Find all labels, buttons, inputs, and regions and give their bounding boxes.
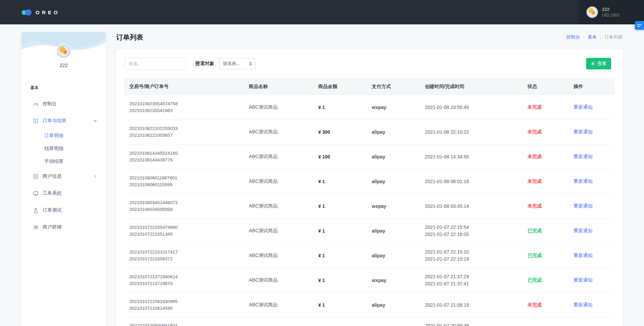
select-value: 请选择...	[223, 61, 240, 67]
order-numbers: 202101082355457475820210108235541863	[124, 101, 244, 114]
status-cell: 已完成	[522, 277, 568, 283]
action-cell: 重新通知	[568, 302, 615, 308]
order-times: 2021-01-08 22:10:22	[420, 129, 522, 136]
user-name: 222	[602, 7, 619, 12]
breadcrumb: 控制台›基本›订单列表	[566, 34, 623, 40]
trade-no: 2021010806011867601	[129, 175, 244, 181]
trade-no: 2021010814345514185	[129, 150, 244, 157]
renotify-link[interactable]: 重新通知	[574, 253, 593, 258]
product-amount: ¥ 1	[313, 253, 367, 258]
status-badge: 未完成	[528, 178, 542, 184]
created-time: 2021-01-07 20:50:29	[425, 322, 522, 326]
pay-method	[367, 318, 420, 322]
status-badge: 已完成	[528, 253, 542, 258]
people-icon	[33, 224, 39, 230]
renotify-link[interactable]: 重新通知	[574, 277, 593, 283]
breadcrumb-item[interactable]: 基本	[588, 34, 597, 40]
renotify-link[interactable]: 重新通知	[574, 228, 593, 233]
order-numbers: 202101080601186760120210108060115599	[124, 175, 244, 188]
profile-name: 222	[21, 63, 106, 68]
product-amount: ¥ 1	[313, 203, 367, 209]
merchant-order-no: 20210107213719670	[129, 280, 244, 287]
action-cell: 重新通知	[568, 129, 615, 135]
status-cell: 未完成	[522, 203, 568, 209]
renotify-link[interactable]: 重新通知	[574, 129, 593, 134]
status-badge: 已完成	[528, 277, 542, 283]
order-numbers: 202101081434551418520210108143439776	[124, 150, 244, 164]
finished-time: 2021-01-07 22:15:19	[425, 256, 522, 263]
trade-no: 2021010722155474890	[129, 224, 244, 231]
action-cell: 重新通知	[568, 228, 615, 234]
renotify-link[interactable]: 重新通知	[574, 178, 593, 184]
table-body: 202101082355457475820210108235541863 ABC…	[124, 95, 615, 326]
search-input[interactable]	[124, 58, 186, 70]
pay-method: alipay	[367, 253, 420, 258]
sidebar-item[interactable]: 订单明细	[21, 129, 106, 142]
sidebar-menu: 控制台订单与结算订单明细结算明细手动结算商户信息工单系统订单测试商户群聊	[21, 95, 106, 236]
table-row: 2021010720500941921 2021-01-07 20:50:29	[124, 318, 615, 326]
profile-avatar[interactable]	[56, 44, 71, 59]
sidebar-item[interactable]: 订单测试	[21, 202, 106, 219]
column-header: 支付方式	[367, 84, 420, 90]
trade-no: 2021010823554574758	[129, 101, 244, 107]
floating-tool-icon[interactable]	[635, 21, 644, 30]
product-amount: ¥ 1	[313, 278, 367, 283]
product-name: ABC测试商品	[244, 178, 313, 184]
order-numbers: 2021010720500941921	[124, 318, 244, 326]
product-name: ABC测试商品	[244, 104, 313, 110]
sidebar-item[interactable]: 控制台	[21, 95, 106, 112]
merchant-order-no: 20210108235541863	[129, 107, 244, 114]
created-time: 2021-01-08 22:10:22	[425, 129, 522, 136]
table-row: 202101081434551418520210108143439776 ABC…	[124, 145, 615, 169]
status-cell: 未完成	[522, 154, 568, 160]
chevron-down-icon	[93, 119, 97, 123]
action-cell	[568, 318, 615, 322]
merchant-order-no: 20210107221551345	[129, 231, 244, 238]
pay-method: alipay	[367, 302, 420, 308]
menu-section-label: 基本	[30, 85, 106, 91]
search-target-label: 搜索对象	[195, 61, 214, 67]
table-row: 202101072215101741720210107221508372 ABC…	[124, 243, 615, 268]
search-button[interactable]: 搜索	[586, 58, 611, 69]
app-logo[interactable]: OREO	[22, 9, 60, 16]
column-header: 商品金额	[313, 84, 367, 90]
navbar-user-menu[interactable]: 222 UID:1003	[579, 0, 644, 24]
sidebar-item-label: 商户信息	[43, 173, 62, 179]
table-row: 202101080601186760120210108060115599 ABC…	[124, 169, 615, 194]
breadcrumb-item[interactable]: 控制台	[566, 34, 580, 40]
renotify-link[interactable]: 重新通知	[574, 154, 593, 159]
sidebar-item[interactable]: 商户信息	[21, 168, 106, 185]
sidebar-item[interactable]: 商户群聊	[21, 219, 106, 236]
table-row: 202101072108193099520210107210814590 ABC…	[124, 293, 615, 318]
sidebar-item[interactable]: 结算明细	[21, 142, 106, 155]
renotify-link[interactable]: 重新通知	[574, 104, 593, 110]
renotify-link[interactable]: 重新通知	[574, 302, 593, 307]
status-badge: 未完成	[528, 129, 542, 134]
search-button-label: 搜索	[597, 61, 606, 67]
search-target-select[interactable]: 请选择...	[219, 58, 256, 69]
order-numbers: 202101072215101741720210107221508372	[124, 249, 244, 262]
user-avatar	[586, 6, 598, 18]
action-cell: 重新通知	[568, 104, 615, 110]
sidebar-item[interactable]: 手动结算	[21, 155, 106, 168]
status-cell: 已完成	[522, 253, 568, 259]
status-badge: 已完成	[528, 228, 542, 233]
sidebar-item-label: 工单系统	[43, 190, 62, 196]
order-numbers: 202101072137294061420210107213719670	[124, 274, 244, 287]
trade-no: 2021010721081930995	[129, 298, 244, 305]
product-name: ABC测试商品	[244, 228, 313, 234]
sidebar-item[interactable]: 工单系统	[21, 185, 106, 202]
action-cell: 重新通知	[568, 178, 615, 184]
renotify-link[interactable]: 重新通知	[574, 203, 593, 209]
created-time: 2021-01-07 22:15:54	[425, 224, 522, 231]
trade-no: 2021010721372940614	[129, 274, 244, 280]
sidebar-item[interactable]: 订单与结算	[21, 112, 106, 129]
chevron-right-icon	[93, 174, 97, 178]
monitor-icon	[33, 191, 39, 196]
created-time: 2021-01-08 03:45:14	[425, 203, 522, 210]
pay-method: alipay	[367, 179, 420, 184]
trade-no: 2021010822102255033	[129, 125, 244, 132]
trade-no: 2021010720500941921	[129, 322, 244, 326]
sidebar-item-label: 订单与结算	[43, 118, 66, 124]
grid-icon	[33, 118, 39, 124]
